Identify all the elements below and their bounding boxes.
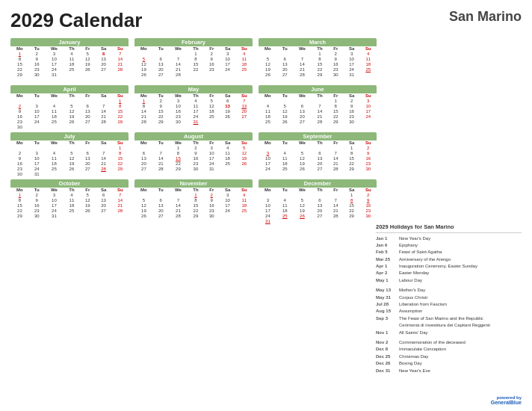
holiday-may1: May 1 Labour Day bbox=[376, 277, 522, 283]
march-title: March bbox=[259, 38, 377, 46]
calendars-grid: January MoTuWeThFrSaSu 1234567 891011121… bbox=[10, 38, 377, 223]
june-title: June bbox=[259, 85, 377, 93]
december-block: December MoTuWeThFrSaSu 12 3456789 10111… bbox=[259, 179, 377, 223]
may-title: May bbox=[134, 85, 253, 93]
holiday-jan1: Jan 1 New Year's Day bbox=[376, 235, 522, 241]
september-block: September MoTuWeThFrSaSu 12 3456789 1011… bbox=[259, 132, 377, 176]
holiday-mar25: Mar 25 Anniversary of the Arengo bbox=[376, 256, 522, 262]
july-block: July MoTuWeThFrSaSu 1 2345678 9101112131… bbox=[10, 132, 129, 176]
march-table: MoTuWeThFrSaSu 1234 567891011 1213141516… bbox=[259, 46, 377, 77]
september-table: MoTuWeThFrSaSu 12 3456789 10111213141516… bbox=[259, 140, 377, 171]
holiday-nov1: Nov 1 All Saints' Day bbox=[376, 330, 522, 336]
february-block: February MoTuWeThFrSaSu 1234 567891011 1… bbox=[134, 38, 253, 82]
december-title: December bbox=[259, 179, 377, 188]
holiday-feb5: Feb 5 Feast of Saint Agatha bbox=[376, 249, 522, 255]
june-table: MoTuWeThFrSaSu 123 45678910 111213141516… bbox=[259, 93, 377, 124]
january-block: January MoTuWeThFrSaSu 1234567 891011121… bbox=[10, 38, 129, 82]
holiday-apr2: Apr 2 Easter Monday bbox=[376, 270, 522, 276]
holidays-panel: 2029 Holidays for San Marino Jan 1 New Y… bbox=[376, 223, 522, 374]
page-container: 2029 Calendar San Marino January MoTuWeT… bbox=[10, 9, 522, 374]
country-title: San Marino bbox=[449, 9, 522, 25]
holiday-dec8: Dec 8 Immaculate Conception bbox=[376, 346, 522, 352]
august-title: August bbox=[134, 132, 253, 140]
august-block: August MoTuWeThFrSaSu 12345 6789101112 1… bbox=[134, 132, 253, 176]
holiday-sep3: Sep 3 The Feast of San Marino and the Re… bbox=[376, 315, 522, 321]
may-block: May MoTuWeThFrSaSu 1234567 891011121313 … bbox=[134, 85, 253, 129]
april-table: MoTuWeThFrSaSu 1 2345678 9101112131415 1… bbox=[10, 93, 129, 129]
may-table: MoTuWeThFrSaSu 1234567 891011121313 1415… bbox=[134, 93, 253, 124]
october-title: October bbox=[10, 179, 129, 188]
november-title: November bbox=[134, 179, 253, 188]
july-title: July bbox=[10, 132, 129, 140]
december-table: MoTuWeThFrSaSu 12 3456789 10111213141516… bbox=[259, 188, 377, 223]
april-title: April bbox=[10, 85, 129, 93]
powered-by-brand: GeneralBlue bbox=[491, 400, 522, 405]
january-title: January bbox=[10, 38, 129, 46]
june-block: June MoTuWeThFrSaSu 123 45678910 1112131… bbox=[259, 85, 377, 129]
october-table: MoTuWeThFrSaSu 1234567 891011121314 1516… bbox=[10, 188, 129, 218]
february-table: MoTuWeThFrSaSu 1234 567891011 1213141516… bbox=[134, 46, 253, 77]
main-title: 2029 Calendar bbox=[10, 9, 142, 32]
july-table: MoTuWeThFrSaSu 1 2345678 9101112131415 1… bbox=[10, 140, 129, 176]
holiday-may31: May 31 Corpus Christi bbox=[376, 294, 522, 300]
april-block: April MoTuWeThFrSaSu 1 2345678 910111213… bbox=[10, 85, 129, 129]
holiday-apr1: Apr 1 Inauguration Ceremony, Easter Sund… bbox=[376, 263, 522, 269]
january-table: MoTuWeThFrSaSu 1234567 891011121314 1516… bbox=[10, 46, 129, 77]
march-block: March MoTuWeThFrSaSu 1234 567891011 1213… bbox=[259, 38, 377, 82]
holiday-may13: May 13 Mother's Day bbox=[376, 287, 522, 293]
september-title: September bbox=[259, 132, 377, 140]
header: 2029 Calendar San Marino bbox=[10, 9, 522, 32]
february-title: February bbox=[134, 38, 253, 46]
holiday-jan6: Jan 6 Epiphany bbox=[376, 242, 522, 248]
holiday-dec31: Dec 31 New Year's Eve bbox=[376, 368, 522, 374]
powered-by: powered by GeneralBlue bbox=[491, 395, 522, 405]
holidays-panel-title: 2029 Holidays for San Marino bbox=[376, 223, 522, 233]
holiday-nov2: Nov 2 Commemoration of the deceased bbox=[376, 339, 522, 345]
november-table: MoTuWeThFrSaSu 1234 567891011 1213141516… bbox=[134, 188, 253, 218]
august-table: MoTuWeThFrSaSu 12345 6789101112 13141516… bbox=[134, 140, 253, 171]
holiday-jul28: Jul 28 Liberation from Fascism bbox=[376, 301, 522, 307]
holiday-dec25: Dec 25 Christmas Day bbox=[376, 353, 522, 359]
holiday-aug15: Aug 15 Assumption bbox=[376, 308, 522, 314]
november-block: November MoTuWeThFrSaSu 1234 567891011 1… bbox=[134, 179, 253, 223]
holiday-cerimonia: Cerimonia di investitura dei Capitani Re… bbox=[376, 322, 522, 328]
holiday-dec26: Dec 26 Boxing Day bbox=[376, 360, 522, 366]
content-area: January MoTuWeThFrSaSu 1234567 891011121… bbox=[10, 38, 522, 374]
october-block: October MoTuWeThFrSaSu 1234567 891011121… bbox=[10, 179, 129, 223]
